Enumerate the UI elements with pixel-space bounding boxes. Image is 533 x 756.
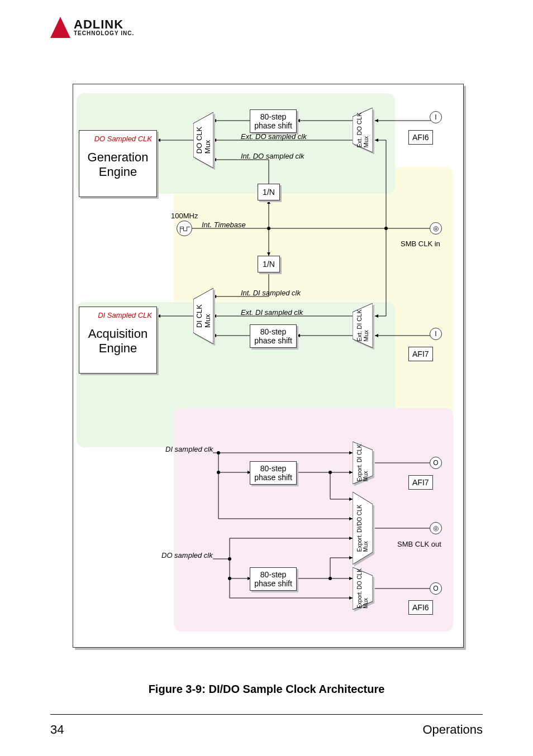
port-afi6-out-pin: O <box>430 582 442 595</box>
phase-shift-export-di: 80-step phase shift <box>250 461 297 485</box>
export-do-clk-mux: Export. DO CLK Mux <box>353 567 373 610</box>
export-di-clk-mux-label: Export. DI CLK Mux <box>356 444 369 482</box>
logo-mark-icon <box>50 17 70 38</box>
int-do-sampled-label: Int. DO sampled clk <box>241 152 304 160</box>
ext-do-clk-mux: Ext. DO CLK Mux <box>353 108 373 152</box>
freq-100-label: 100MHz <box>171 212 198 220</box>
divider-n-bottom: 1/N <box>258 256 280 272</box>
di-clk-mux: DI CLK Mux <box>193 288 213 344</box>
generation-engine-title: GenerationEngine <box>83 150 153 180</box>
port-smb-in-pin: ◎ <box>430 222 442 235</box>
port-smb-in: SMB CLK in <box>401 240 440 248</box>
port-afi7-out-pin: O <box>430 457 442 469</box>
ext-do-sampled-label: Ext. DO sampled clk <box>241 132 307 141</box>
logo-subtitle: TECHNOLOGY INC. <box>74 31 134 36</box>
clock-architecture-diagram: DO Sampled CLK GenerationEngine DO CLK M… <box>73 84 464 648</box>
do-sampled-label: DO sampled clk <box>161 551 213 559</box>
port-afi7-in: AFI7 <box>408 347 433 361</box>
do-clk-mux: DO CLK Mux <box>193 112 213 168</box>
export-dido-clk-mux-label: Export. DI/DO CLK Mux <box>356 505 369 552</box>
port-afi7-out: AFI7 <box>408 475 433 490</box>
svg-point-29 <box>217 471 220 474</box>
brand-logo: ADLINK TECHNOLOGY INC. <box>50 17 483 38</box>
port-smb-out-pin: ◎ <box>430 522 442 534</box>
phase-shift-export-do: 80-step phase shift <box>250 567 297 591</box>
svg-point-41 <box>228 577 231 580</box>
di-clk-mux-label: DI CLK Mux <box>195 304 212 328</box>
acquisition-engine-title: AcquisitionEngine <box>83 327 153 356</box>
phase-shift-di: 80-step phase shift <box>250 324 297 348</box>
footer-divider <box>50 714 483 715</box>
logo-title: ADLINK <box>74 18 134 31</box>
page-number: 34 <box>50 722 64 737</box>
port-afi6-in-pin: I <box>430 111 442 123</box>
export-dido-clk-mux: Export. DI/DO CLK Mux <box>353 492 373 564</box>
export-do-clk-mux-label: Export. DO CLK Mux <box>356 568 369 609</box>
int-di-sampled-label: Int. DI sampled clk <box>241 289 301 297</box>
port-smb-out: SMB CLK out <box>397 540 441 548</box>
port-afi6-out: AFI6 <box>408 600 433 615</box>
port-afi6-in: AFI6 <box>408 130 433 145</box>
export-di-clk-mux: Export. DI CLK Mux <box>353 442 373 484</box>
phase-shift-do: 80-step phase shift <box>250 109 297 133</box>
figure-caption: Figure 3-9: DI/DO Sample Clock Architect… <box>0 683 533 696</box>
do-sampled-clk-label: DO Sampled CLK <box>94 135 152 143</box>
ext-di-sampled-label: Ext. DI sampled clk <box>241 308 303 317</box>
port-afi7-in-pin: I <box>430 328 442 340</box>
di-sampled-label: DI sampled clk <box>165 445 213 453</box>
di-sampled-clk-label: DI Sampled CLK <box>98 312 152 320</box>
do-clk-mux-label: DO CLK Mux <box>195 127 212 154</box>
ext-do-clk-mux-label: Ext. DO CLK Mux <box>356 113 369 148</box>
section-title: Operations <box>422 722 483 737</box>
oscillator-icon <box>177 221 192 236</box>
int-timebase-label: Int. Timebase <box>202 221 246 229</box>
ext-di-clk-mux-label: Ext. DI CLK Mux <box>356 309 369 341</box>
divider-n-top: 1/N <box>258 184 280 200</box>
ext-di-clk-mux: Ext. DI CLK Mux <box>353 303 373 348</box>
